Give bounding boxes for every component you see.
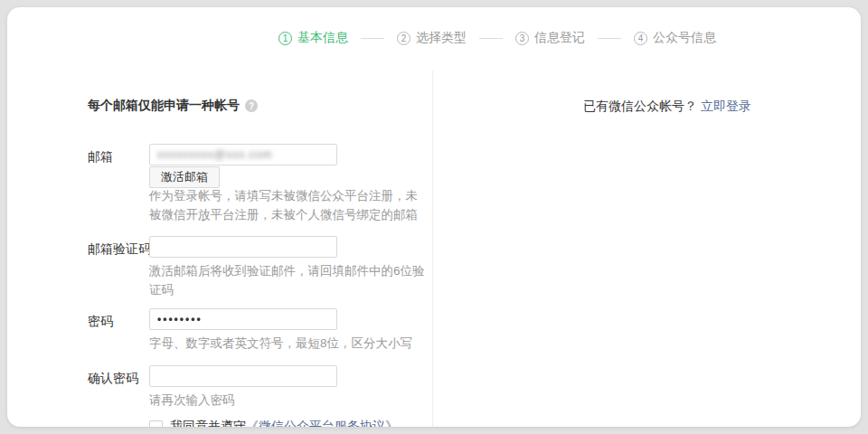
step-info-registration: 3 信息登记 [515,30,585,46]
step-3-circle: 3 [515,32,529,45]
confirm-password-label: 确认密码 [88,370,147,386]
password-input[interactable] [149,308,337,330]
form-note-text: 每个邮箱仅能申请一种帐号 [88,98,240,114]
email-code-help-text: 激活邮箱后将收到验证邮件，请回填邮件中的6位验证码 [149,261,429,299]
email-code-input[interactable] [149,236,337,258]
step-basic-info: 1 基本信息 [278,30,348,46]
password-label: 密码 [88,313,147,329]
agreement-checkbox[interactable] [149,420,163,428]
service-agreement-link[interactable]: 《微信公众平台服务协议》 [246,419,398,427]
step-4-label: 公众号信息 [653,30,716,46]
email-label: 邮箱 [88,148,147,165]
existing-account-line: 已有微信公众帐号？立即登录 [583,99,751,115]
confirm-password-input[interactable] [149,365,337,387]
step-account-info: 4 公众号信息 [634,30,716,46]
agreement-text: 我同意并遵守 [170,419,246,427]
existing-account-question: 已有微信公众帐号？ [583,99,697,113]
step-1-label: 基本信息 [297,30,348,46]
step-4-circle: 4 [634,32,647,45]
step-dash [361,38,384,39]
registration-card: 1 基本信息 2 选择类型 3 信息登记 4 公众号信息 每个邮箱仅能申请一种帐… [7,7,861,427]
step-1-circle: 1 [278,32,292,45]
help-question-icon[interactable]: ? [245,99,258,112]
registration-stepper: 1 基本信息 2 选择类型 3 信息登记 4 公众号信息 [278,30,716,46]
column-divider [432,71,433,427]
step-2-label: 选择类型 [416,30,467,46]
step-dash [598,38,621,39]
email-help-text: 作为登录帐号，请填写未被微信公众平台注册，未被微信开放平台注册，未被个人微信号绑… [149,186,429,224]
email-input[interactable]: xxxxxxxxx@xxx.com [149,144,337,165]
step-choose-type: 2 选择类型 [397,30,467,46]
form-note: 每个邮箱仅能申请一种帐号 ? [88,98,258,114]
activate-email-button[interactable]: 激活邮箱 [149,166,220,188]
step-2-circle: 2 [397,32,410,45]
step-3-label: 信息登记 [534,30,585,46]
password-help-text: 字母、数字或者英文符号，最短8位，区分大小写 [149,334,429,353]
login-now-link[interactable]: 立即登录 [701,99,751,113]
agreement-row: 我同意并遵守 《微信公众平台服务协议》 [149,419,398,427]
email-value-redacted: xxxxxxxxx@xxx.com [157,148,272,161]
step-dash [479,38,503,39]
confirm-password-help-text: 请再次输入密码 [149,391,429,410]
email-code-label: 邮箱验证码 [88,241,147,257]
